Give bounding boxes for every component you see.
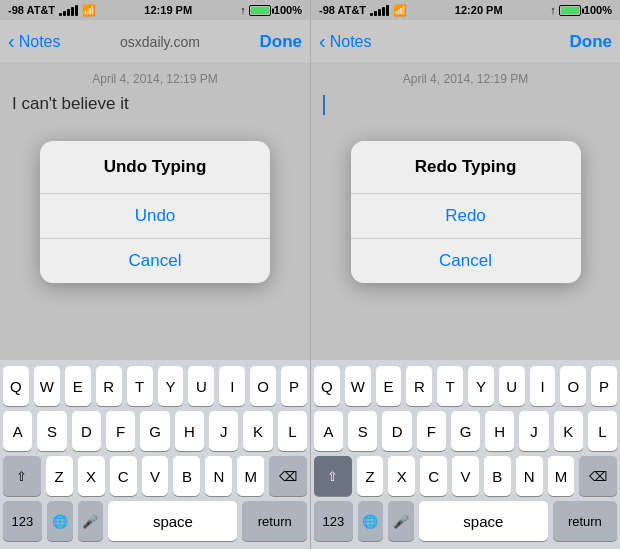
shift-key-left[interactable]: ⇧ <box>3 456 41 496</box>
key-e[interactable]: E <box>65 366 91 406</box>
key-g[interactable]: G <box>140 411 169 451</box>
key-r[interactable]: R <box>96 366 122 406</box>
dialog-title-left: Undo Typing <box>40 141 270 181</box>
key-z[interactable]: Z <box>46 456 73 496</box>
key-t-r[interactable]: T <box>437 366 463 406</box>
globe-key-left[interactable]: 🌐 <box>47 501 73 541</box>
globe-key-right[interactable]: 🌐 <box>358 501 384 541</box>
signal-arrow-right: ↑ <box>550 4 556 16</box>
space-key-left[interactable]: space <box>108 501 237 541</box>
key-b[interactable]: B <box>173 456 200 496</box>
key-l[interactable]: L <box>278 411 307 451</box>
back-button-right[interactable]: ‹ Notes <box>319 33 371 51</box>
key-p[interactable]: P <box>281 366 307 406</box>
keyboard-row-3-right: ⇧ Z X C V B N M ⌫ <box>314 456 617 496</box>
key-b-r[interactable]: B <box>484 456 511 496</box>
mic-key-right[interactable]: 🎤 <box>388 501 414 541</box>
key-j-r[interactable]: J <box>519 411 548 451</box>
delete-key-right[interactable]: ⌫ <box>579 456 617 496</box>
key-v[interactable]: V <box>142 456 169 496</box>
key-k[interactable]: K <box>243 411 272 451</box>
back-button-left[interactable]: ‹ Notes <box>8 33 60 51</box>
keyboard-row-2-left: A S D F G H J K L <box>3 411 307 451</box>
chevron-left-icon: ‹ <box>8 31 15 51</box>
shift-key-right[interactable]: ⇧ <box>314 456 352 496</box>
cancel-button-right[interactable]: Cancel <box>351 239 581 283</box>
done-button-left[interactable]: Done <box>260 32 303 52</box>
signal-icon-left <box>59 5 78 16</box>
key-v-r[interactable]: V <box>452 456 479 496</box>
signal-icon-right <box>370 5 389 16</box>
key-h[interactable]: H <box>175 411 204 451</box>
dialog-overlay-left: Undo Typing Undo Cancel <box>0 64 310 360</box>
key-i[interactable]: I <box>219 366 245 406</box>
key-m[interactable]: M <box>237 456 264 496</box>
key-s[interactable]: S <box>37 411 66 451</box>
key-z-r[interactable]: Z <box>357 456 384 496</box>
key-i-r[interactable]: I <box>530 366 556 406</box>
key-u[interactable]: U <box>188 366 214 406</box>
status-left: -98 AT&T 📶 <box>8 4 96 17</box>
space-key-right[interactable]: space <box>419 501 548 541</box>
key-j[interactable]: J <box>209 411 238 451</box>
key-x[interactable]: X <box>78 456 105 496</box>
return-key-right[interactable]: return <box>553 501 617 541</box>
back-label-right: Notes <box>330 33 372 51</box>
key-m-r[interactable]: M <box>548 456 575 496</box>
key-d-r[interactable]: D <box>382 411 411 451</box>
battery-percent-left: 100% <box>274 4 302 16</box>
delete-key-left[interactable]: ⌫ <box>269 456 307 496</box>
key-c-r[interactable]: C <box>420 456 447 496</box>
key-a-r[interactable]: A <box>314 411 343 451</box>
redo-button[interactable]: Redo <box>351 194 581 239</box>
keyboard-row-2-right: A S D F G H J K L <box>314 411 617 451</box>
key-p-r[interactable]: P <box>591 366 617 406</box>
key-e-r[interactable]: E <box>376 366 402 406</box>
signal-arrow-left: ↑ <box>240 4 246 16</box>
mic-key-left[interactable]: 🎤 <box>78 501 104 541</box>
key-n-r[interactable]: N <box>516 456 543 496</box>
keyboard-row-1-left: Q W E R T Y U I O P <box>3 366 307 406</box>
key-w-r[interactable]: W <box>345 366 371 406</box>
key-y-r[interactable]: Y <box>468 366 494 406</box>
key-x-r[interactable]: X <box>388 456 415 496</box>
key-q[interactable]: Q <box>3 366 29 406</box>
key-d[interactable]: D <box>72 411 101 451</box>
undo-button[interactable]: Undo <box>40 194 270 239</box>
key-n[interactable]: N <box>205 456 232 496</box>
num-key-right[interactable]: 123 <box>314 501 353 541</box>
key-f[interactable]: F <box>106 411 135 451</box>
key-u-r[interactable]: U <box>499 366 525 406</box>
carrier-right: -98 AT&T <box>319 4 366 16</box>
key-q-r[interactable]: Q <box>314 366 340 406</box>
left-phone-panel: -98 AT&T 📶 12:19 PM ↑ 100% ‹ Notes os <box>0 0 310 549</box>
key-s-r[interactable]: S <box>348 411 377 451</box>
keyboard-row-3-left: ⇧ Z X C V B N M ⌫ <box>3 456 307 496</box>
status-right-left: ↑ 100% <box>240 4 302 16</box>
key-a[interactable]: A <box>3 411 32 451</box>
key-r-r[interactable]: R <box>406 366 432 406</box>
key-w[interactable]: W <box>34 366 60 406</box>
key-y[interactable]: Y <box>158 366 184 406</box>
key-k-r[interactable]: K <box>554 411 583 451</box>
nav-bar-right: ‹ Notes Done <box>311 20 620 64</box>
key-h-r[interactable]: H <box>485 411 514 451</box>
cancel-button-left[interactable]: Cancel <box>40 239 270 283</box>
num-key-left[interactable]: 123 <box>3 501 42 541</box>
done-button-right[interactable]: Done <box>570 32 613 52</box>
battery-icon-right <box>559 4 581 16</box>
keyboard-row-4-left: 123 🌐 🎤 space return <box>3 501 307 541</box>
key-f-r[interactable]: F <box>417 411 446 451</box>
key-t[interactable]: T <box>127 366 153 406</box>
back-label-left: Notes <box>19 33 61 51</box>
key-g-r[interactable]: G <box>451 411 480 451</box>
return-key-left[interactable]: return <box>242 501 307 541</box>
key-c[interactable]: C <box>110 456 137 496</box>
time-right: 12:20 PM <box>455 4 503 16</box>
time-left: 12:19 PM <box>144 4 192 16</box>
carrier-left: -98 AT&T <box>8 4 55 16</box>
nav-bar-left: ‹ Notes osxdaily.com Done <box>0 20 310 64</box>
key-o-r[interactable]: O <box>560 366 586 406</box>
key-l-r[interactable]: L <box>588 411 617 451</box>
key-o[interactable]: O <box>250 366 276 406</box>
